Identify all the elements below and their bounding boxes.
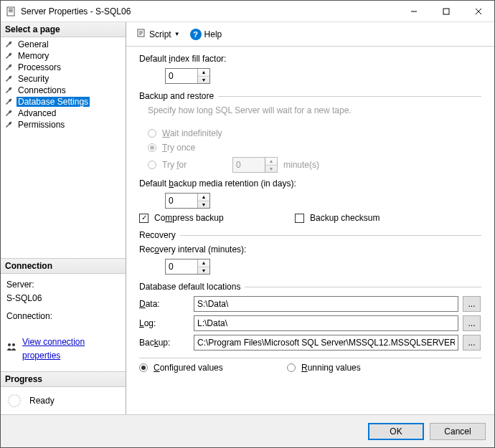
tape-hint: Specify how long SQL Server will wait fo… (148, 105, 481, 115)
wrench-icon (4, 51, 14, 61)
wrench-icon (4, 97, 14, 107)
connection-label: Connection: (6, 310, 120, 323)
help-icon: ? (190, 29, 202, 40)
recovery-header: Recovery (139, 230, 176, 240)
svg-rect-2 (9, 10, 13, 11)
svg-rect-3 (9, 11, 13, 12)
spin-down-icon[interactable]: ▼ (198, 201, 209, 209)
svg-point-8 (8, 343, 11, 346)
running-values-radio[interactable] (287, 363, 296, 372)
progress-header: Progress (1, 372, 126, 387)
running-values-label: Running values (301, 363, 361, 373)
server-icon (5, 6, 16, 17)
wait-indef-radio (148, 129, 156, 138)
try-once-label: Try once (162, 143, 195, 153)
maximize-button[interactable] (430, 1, 462, 22)
log-path-input[interactable] (194, 315, 458, 331)
compress-backup-label: Compress backup (154, 213, 269, 223)
spin-up-icon[interactable]: ▲ (198, 259, 209, 267)
retention-label: Default backup media retention (in days)… (139, 178, 481, 189)
page-list: General Memory Processors Security Conne… (1, 37, 126, 132)
progress-status: Ready (29, 396, 55, 406)
backup-checksum-label: Backup checksum (310, 213, 380, 223)
close-button[interactable] (462, 1, 494, 22)
try-for-radio (148, 161, 156, 169)
svg-point-9 (12, 343, 15, 346)
wrench-icon (4, 74, 14, 84)
retention-spinner[interactable]: ▲▼ (165, 193, 210, 209)
backup-restore-header: Backup and restore (139, 91, 214, 101)
progress-spinner-icon (6, 393, 22, 409)
try-for-input (233, 158, 265, 172)
spin-down-icon[interactable]: ▼ (198, 267, 209, 275)
backup-path-input[interactable] (194, 335, 458, 351)
window-title: Server Properties - S-SQL06 (21, 6, 397, 16)
backup-path-label: Backup: (139, 338, 189, 348)
backup-checksum-checkbox[interactable] (295, 214, 304, 223)
fill-factor-label: Default index fill factor: (139, 54, 481, 64)
browse-log-button[interactable]: ... (463, 315, 481, 331)
svg-rect-1 (9, 9, 13, 9)
ok-button[interactable]: OK (368, 423, 424, 440)
script-icon (136, 28, 146, 40)
data-path-input[interactable] (194, 296, 458, 312)
spin-up-icon[interactable]: ▲ (198, 194, 209, 201)
fill-factor-spinner[interactable]: ▲▼ (165, 68, 210, 84)
help-button[interactable]: ? Help (187, 27, 225, 42)
wrench-icon (4, 120, 14, 130)
svg-rect-5 (443, 9, 449, 14)
toolbar: Script ▼ ? Help (126, 22, 494, 47)
server-value: S-SQL06 (6, 292, 120, 305)
right-panel: Script ▼ ? Help Default index fill facto… (126, 22, 494, 414)
fill-factor-input[interactable] (166, 69, 197, 83)
minimize-button[interactable] (397, 1, 430, 22)
retention-input[interactable] (166, 194, 197, 208)
connection-header: Connection (1, 259, 126, 274)
recovery-interval-label: Recovery interval (minutes): (139, 244, 481, 254)
spin-up-icon: ▲ (265, 158, 277, 166)
dialog-footer: OK Cancel (1, 414, 494, 447)
page-item-general[interactable]: General (1, 39, 126, 50)
compress-backup-checkbox[interactable] (139, 214, 148, 223)
left-panel: Select a page General Memory Processors … (1, 22, 126, 414)
page-item-security[interactable]: Security (1, 73, 126, 85)
recovery-interval-input[interactable] (166, 259, 197, 274)
wait-indef-label: Wait indefinitely (162, 128, 222, 138)
configured-values-radio[interactable] (139, 363, 148, 372)
content-area: Default index fill factor: ▲▼ Backup and… (126, 47, 494, 414)
server-label: Server: (6, 278, 120, 292)
wrench-icon (4, 108, 14, 118)
log-label: Log: (139, 318, 189, 328)
try-for-label: Try for (162, 160, 227, 170)
spin-up-icon[interactable]: ▲ (198, 69, 209, 77)
try-once-radio (148, 143, 156, 152)
select-page-header: Select a page (1, 22, 126, 37)
wrench-icon (4, 62, 14, 72)
spin-down-icon: ▼ (265, 166, 277, 173)
script-button[interactable]: Script ▼ (133, 27, 183, 42)
page-item-processors[interactable]: Processors (1, 62, 126, 73)
svg-point-10 (9, 395, 21, 407)
db-default-locations-header: Database default locations (139, 282, 240, 292)
page-item-memory[interactable]: Memory (1, 50, 126, 62)
page-item-connections[interactable]: Connections (1, 85, 126, 96)
wrench-icon (4, 39, 14, 49)
page-item-permissions[interactable]: Permissions (1, 119, 126, 130)
configured-values-label: Configured values (154, 363, 261, 373)
browse-backup-button[interactable]: ... (463, 335, 481, 351)
view-connection-properties-link[interactable]: View connection properties (22, 335, 120, 363)
titlebar: Server Properties - S-SQL06 (1, 1, 494, 22)
page-item-database-settings[interactable]: Database Settings (1, 96, 126, 108)
cancel-button[interactable]: Cancel (430, 423, 486, 440)
browse-data-button[interactable]: ... (463, 296, 481, 312)
recovery-interval-spinner[interactable]: ▲▼ (165, 259, 210, 275)
people-icon (6, 342, 16, 356)
spin-down-icon[interactable]: ▼ (198, 77, 209, 84)
try-for-spinner: ▲▼ (232, 157, 278, 173)
try-for-unit: minute(s) (283, 160, 319, 170)
chevron-down-icon: ▼ (174, 31, 180, 37)
data-label: Data: (139, 299, 189, 309)
wrench-icon (4, 85, 14, 95)
server-properties-window: Server Properties - S-SQL06 Select a pag… (0, 0, 495, 448)
page-item-advanced[interactable]: Advanced (1, 108, 126, 119)
